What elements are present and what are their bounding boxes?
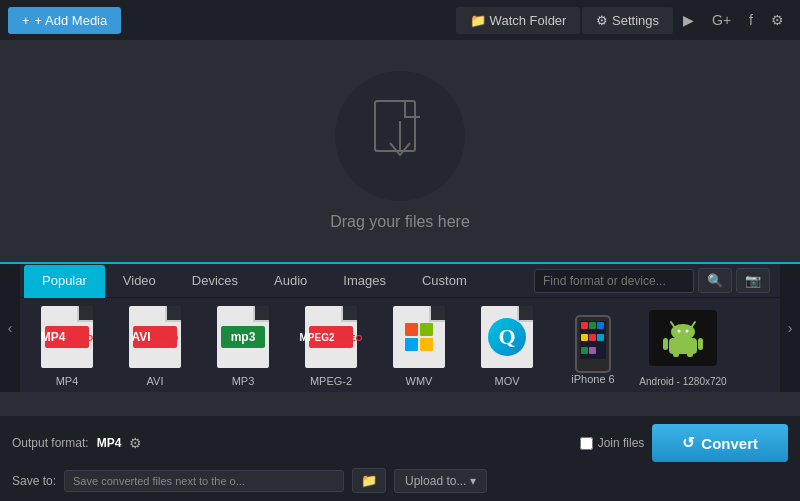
add-media-button[interactable]: + + Add Media [8,7,121,34]
bottom-row2: Save to: Save converted files next to th… [12,468,788,493]
output-format-value: MP4 [97,436,122,450]
mov-icon: Q [468,303,546,371]
bottom-row1: Output format: MP4 ⚙ Join files ↺ Conver… [12,424,788,462]
format-search-input[interactable] [534,269,694,293]
bottom-bar: Output format: MP4 ⚙ Join files ↺ Conver… [0,416,800,501]
upload-to-button[interactable]: Upload to... ▾ [394,469,487,493]
mp3-label: MP3 [232,375,255,387]
svg-point-4 [671,324,695,340]
join-files-checkbox-label[interactable]: Join files [580,436,645,450]
convert-icon: ↺ [682,434,695,452]
gear-icon: ⚙ [771,12,784,28]
format-tabs-area: Popular Video Devices Audio Images Custo… [20,264,780,392]
format-item-wmv[interactable]: WMV [378,303,460,387]
android-label: Android - 1280x720 [639,376,726,387]
camera-button[interactable]: 📷 [736,268,770,293]
convert-button[interactable]: ↺ Convert [652,424,788,462]
upload-label: Upload to... [405,474,466,488]
drop-icon [370,99,430,173]
format-item-iphone6[interactable]: iPhone 6 [554,305,632,385]
drop-circle [335,71,465,201]
wmv-label: WMV [406,375,433,387]
facebook-icon: f [749,12,753,28]
output-settings-gear-icon[interactable]: ⚙ [129,435,142,451]
folder-icon: 📁 [361,473,377,488]
tabs-row: Popular Video Devices Audio Images Custo… [20,264,780,298]
add-icon: + [22,13,30,28]
watch-folder-label: 📁 Watch Folder [470,13,566,28]
gear-icon-button[interactable]: ⚙ [763,6,792,34]
top-bar: + + Add Media 📁 Watch Folder ⚙ Settings … [0,0,800,40]
format-item-mov[interactable]: Q MOV [466,303,548,387]
facebook-icon-button[interactable]: f [741,6,761,34]
convert-label: Convert [701,435,758,452]
tab-video[interactable]: Video [105,265,174,298]
avi-label: AVI [147,375,164,387]
format-search: 🔍 📷 [528,264,776,297]
search-button[interactable]: 🔍 [698,268,732,293]
format-item-mp4[interactable]: MP4VIDEO MP4 [26,303,108,387]
add-media-label: + Add Media [35,13,108,28]
tab-audio[interactable]: Audio [256,265,325,298]
svg-rect-7 [669,338,697,354]
format-section: ‹ Popular Video Devices Audio Images Cus… [0,262,800,392]
format-item-mpeg2[interactable]: MPEG2VIDEO MPEG-2 [290,303,372,387]
mpeg2-icon: MPEG2VIDEO [292,303,370,371]
save-path[interactable]: Save converted files next to the o... [64,470,344,492]
watch-folder-button[interactable]: 📁 Watch Folder [456,7,580,34]
iphone6-icon [554,305,632,373]
youtube-icon-button[interactable]: ▶ [675,6,702,34]
tab-popular[interactable]: Popular [24,265,105,298]
browse-folder-button[interactable]: 📁 [352,468,386,493]
format-items: MP4VIDEO MP4 AVIVIDEO AVI [20,298,780,392]
gplus-icon-button[interactable]: G+ [704,6,739,34]
svg-rect-8 [663,338,668,350]
svg-point-5 [678,329,681,332]
iphone6-label: iPhone 6 [571,373,614,385]
top-bar-right: 📁 Watch Folder ⚙ Settings ▶ G+ f ⚙ [456,6,792,34]
drop-text: Drag your files here [330,213,470,231]
join-files-checkbox[interactable] [580,437,593,450]
svg-rect-10 [673,352,679,357]
tab-images[interactable]: Images [325,265,404,298]
output-format-label: Output format: [12,436,89,450]
format-item-avi[interactable]: AVIVIDEO AVI [114,303,196,387]
join-files-label: Join files [598,436,645,450]
svg-point-6 [686,329,689,332]
avi-icon: AVIVIDEO [116,303,194,371]
mpeg2-label: MPEG-2 [310,375,352,387]
format-item-android[interactable]: Android - 1280x720 [638,304,728,387]
scroll-right-button[interactable]: › [780,264,800,392]
upload-chevron-icon: ▾ [470,474,476,488]
tab-devices[interactable]: Devices [174,265,256,298]
android-icon [644,304,722,372]
save-to-label: Save to: [12,474,56,488]
youtube-icon: ▶ [683,12,694,28]
format-item-mp3[interactable]: mp3 MP3 [202,303,284,387]
mov-label: MOV [494,375,519,387]
mp4-label: MP4 [56,375,79,387]
mp3-icon: mp3 [204,303,282,371]
svg-rect-9 [698,338,703,350]
tab-custom[interactable]: Custom [404,265,485,298]
gplus-icon: G+ [712,12,731,28]
wmv-icon [380,303,458,371]
settings-button[interactable]: ⚙ Settings [582,7,673,34]
drop-area[interactable]: Drag your files here [0,40,800,262]
settings-label: ⚙ Settings [596,13,659,28]
svg-rect-11 [687,352,693,357]
mp4-icon: MP4VIDEO [28,303,106,371]
scroll-left-button[interactable]: ‹ [0,264,20,392]
